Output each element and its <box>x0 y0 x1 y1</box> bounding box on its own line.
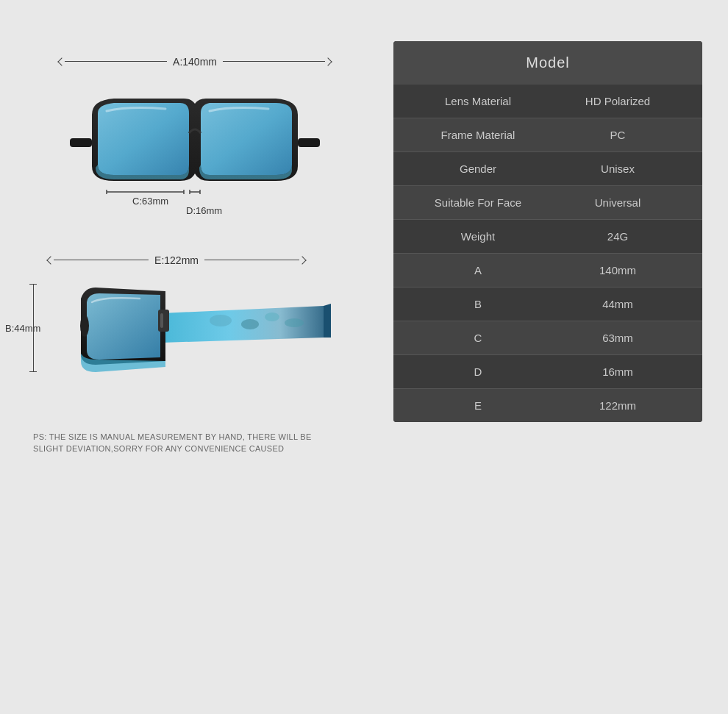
spec-value: 140mm <box>548 264 688 276</box>
svg-point-16 <box>80 315 89 337</box>
spec-value: 63mm <box>548 332 688 344</box>
specs-table: Model Lens MaterialHD PolarizedFrame Mat… <box>393 41 702 422</box>
svg-text:D:16mm: D:16mm <box>186 205 222 216</box>
svg-text:C:63mm: C:63mm <box>132 196 168 207</box>
spec-key: Weight <box>408 230 548 243</box>
spec-value: Unisex <box>548 163 688 175</box>
spec-value: 24G <box>548 230 688 243</box>
spec-row: A140mm <box>393 254 702 288</box>
spec-row: Weight24G <box>393 220 702 254</box>
spec-key: C <box>408 332 548 344</box>
arrow-right-a <box>324 57 332 65</box>
spec-row: E122mm <box>393 389 702 422</box>
spec-value: 16mm <box>548 365 688 378</box>
main-container: A:140mm <box>11 26 717 688</box>
glasses-front-view: C:63mm D:16mm <box>55 85 335 218</box>
svg-rect-15 <box>160 313 163 328</box>
spec-value: PC <box>548 129 688 141</box>
spec-value: 122mm <box>548 399 688 412</box>
dim-b-annotation: B:44mm <box>33 284 34 372</box>
line-a <box>65 61 167 62</box>
spec-key: Suitable For Face <box>408 196 548 209</box>
spec-key: Gender <box>408 163 548 175</box>
spec-row: D16mm <box>393 355 702 389</box>
svg-rect-1 <box>298 138 320 147</box>
spec-rows-container: Lens MaterialHD PolarizedFrame MaterialP… <box>393 85 702 422</box>
dim-a-row: A:140mm <box>26 56 364 68</box>
specs-header: Model <box>393 41 702 85</box>
spec-row: Suitable For FaceUniversal <box>393 186 702 220</box>
spec-key: B <box>408 298 548 310</box>
spec-key: Frame Material <box>408 129 548 141</box>
spec-row: Frame MaterialPC <box>393 118 702 152</box>
glasses-side-wrapper: B:44mm <box>26 269 357 401</box>
dim-a-label: A:140mm <box>167 56 223 68</box>
svg-point-13 <box>285 318 304 327</box>
spec-key: E <box>408 399 548 412</box>
left-panel: A:140mm <box>26 41 364 455</box>
spec-row: B44mm <box>393 288 702 321</box>
spec-row: Lens MaterialHD Polarized <box>393 85 702 118</box>
line-e <box>54 260 149 260</box>
line-e2 <box>204 260 299 260</box>
dim-e-row: E:122mm <box>26 254 305 266</box>
svg-point-12 <box>265 313 279 321</box>
spec-key: D <box>408 365 548 378</box>
svg-point-10 <box>210 315 232 326</box>
ps-note: PS: THE SIZE IS MANUAL MEASUREMENT BY HA… <box>33 431 313 455</box>
svg-rect-0 <box>70 138 92 147</box>
arrow-right-e <box>298 256 306 264</box>
svg-point-11 <box>241 319 259 329</box>
spec-key: Lens Material <box>408 95 548 107</box>
spec-value: 44mm <box>548 298 688 310</box>
model-title: Model <box>526 54 569 71</box>
spec-key: A <box>408 264 548 276</box>
glasses-side-svg <box>63 273 342 390</box>
svg-rect-14 <box>158 310 169 332</box>
spec-row: C63mm <box>393 321 702 355</box>
line-a2 <box>223 61 325 62</box>
dim-e-label: E:122mm <box>149 254 204 266</box>
spec-value: Universal <box>548 196 688 209</box>
spec-value: HD Polarized <box>548 95 688 107</box>
spec-row: GenderUnisex <box>393 152 702 186</box>
glasses-side-section: E:122mm B:44mm <box>26 254 364 401</box>
dim-b-label: B:44mm <box>5 322 40 333</box>
